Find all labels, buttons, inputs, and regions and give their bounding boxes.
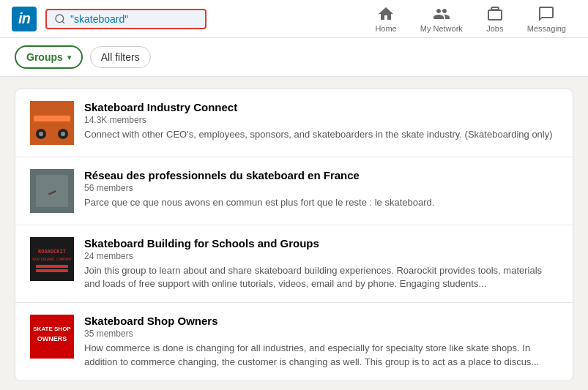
results-area: Skateboard Industry Connect 14.3K member… xyxy=(0,77,588,390)
list-item: 🛹 Réseau des professionnels du skateboar… xyxy=(15,157,573,225)
nav-item-messaging[interactable]: Messaging xyxy=(517,5,576,33)
result-desc-2: Parce que ce que nous avons en commun es… xyxy=(84,196,558,209)
thumbnail-image-4: SKATE SHOP OWNERS xyxy=(30,315,74,359)
all-filters-label: All filters xyxy=(101,51,140,63)
thumbnail-image-3: ROAROCKIT SKATEBOARD COMPANY xyxy=(30,237,74,281)
result-members-4: 35 members xyxy=(84,329,558,339)
all-filters-button[interactable]: All filters xyxy=(90,46,151,68)
svg-rect-15 xyxy=(36,269,68,272)
main-nav: Home My Network Jobs Messaging xyxy=(365,5,576,33)
thumbnail-image-2: 🛹 xyxy=(30,169,74,213)
result-info-1: Skateboard Industry Connect 14.3K member… xyxy=(84,101,558,141)
result-thumbnail-4: SKATE SHOP OWNERS xyxy=(30,315,74,359)
home-icon xyxy=(377,5,395,23)
list-item: Skateboard Industry Connect 14.3K member… xyxy=(15,89,573,157)
filters-bar: Groups ▾ All filters xyxy=(0,38,588,77)
result-thumbnail-3: ROAROCKIT SKATEBOARD COMPANY xyxy=(30,237,74,281)
nav-item-home[interactable]: Home xyxy=(365,5,406,33)
chat-icon xyxy=(537,5,555,23)
thumbnail-image-1 xyxy=(30,101,74,145)
nav-label-jobs: Jobs xyxy=(486,24,503,33)
result-info-2: Réseau des professionnels du skateboard … xyxy=(84,169,558,209)
groups-filter-button[interactable]: Groups ▾ xyxy=(15,45,83,69)
result-title-3: Skateboard Building for Schools and Grou… xyxy=(84,237,558,250)
result-thumbnail-1 xyxy=(30,101,74,145)
search-box xyxy=(45,9,206,29)
chevron-down-icon: ▾ xyxy=(67,53,71,61)
result-thumbnail-2: 🛹 xyxy=(30,169,74,213)
people-icon xyxy=(433,5,450,23)
nav-label-messaging: Messaging xyxy=(527,24,566,33)
result-desc-1: Connect with other CEO's, employees, spo… xyxy=(84,128,558,141)
result-info-4: Skateboard Shop Owners 35 members How co… xyxy=(84,315,558,368)
svg-rect-2 xyxy=(30,101,74,145)
svg-line-1 xyxy=(62,21,64,23)
result-members-3: 24 members xyxy=(84,251,558,261)
result-members-1: 14.3K members xyxy=(84,115,558,125)
svg-rect-3 xyxy=(34,116,70,121)
svg-text:OWNERS: OWNERS xyxy=(37,335,67,342)
linkedin-logo[interactable]: in xyxy=(12,7,37,31)
results-card: Skateboard Industry Connect 14.3K member… xyxy=(15,89,573,381)
svg-point-7 xyxy=(61,132,65,136)
search-input[interactable] xyxy=(70,13,198,25)
result-title-1: Skateboard Industry Connect xyxy=(84,101,558,113)
svg-text:SKATE SHOP: SKATE SHOP xyxy=(33,326,71,332)
groups-button-label: Groups xyxy=(26,51,63,63)
result-title-2: Réseau des professionnels du skateboard … xyxy=(84,169,558,181)
nav-item-my-network[interactable]: My Network xyxy=(410,5,473,33)
svg-text:🛹: 🛹 xyxy=(48,188,57,198)
svg-rect-14 xyxy=(36,265,68,268)
nav-item-jobs[interactable]: Jobs xyxy=(476,5,514,33)
svg-text:ROAROCKIT: ROAROCKIT xyxy=(38,249,66,255)
result-desc-4: How commerce is done is changing for all… xyxy=(84,342,558,368)
svg-text:SKATEBOARD COMPANY: SKATEBOARD COMPANY xyxy=(32,257,72,261)
result-members-2: 56 members xyxy=(84,183,558,193)
nav-label-my-network: My Network xyxy=(420,24,463,33)
search-icon xyxy=(54,13,66,25)
result-title-4: Skateboard Shop Owners xyxy=(84,315,558,327)
svg-point-0 xyxy=(56,15,64,23)
result-desc-3: Join this group to learn about and share… xyxy=(84,264,558,290)
result-info-3: Skateboard Building for Schools and Grou… xyxy=(84,237,558,290)
list-item: SKATE SHOP OWNERS Skateboard Shop Owners… xyxy=(15,303,573,380)
header: in Home My Network Jobs xyxy=(0,0,588,38)
nav-label-home: Home xyxy=(375,24,396,33)
svg-point-6 xyxy=(39,132,43,136)
briefcase-icon xyxy=(486,5,504,23)
list-item: ROAROCKIT SKATEBOARD COMPANY Skateboard … xyxy=(15,225,573,303)
